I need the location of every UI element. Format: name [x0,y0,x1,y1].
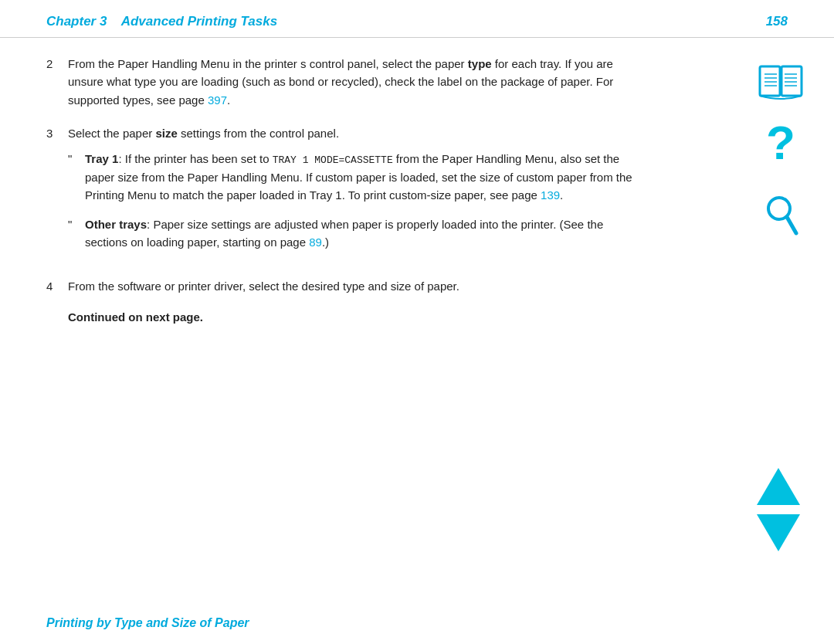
bold-size: size [155,127,177,140]
sub-bullet-1: " [68,150,85,205]
footer-label: Printing by Type and Size of Paper [46,616,249,630]
chapter-heading: Chapter 3 Advanced Printing Tasks [46,14,277,29]
list-item-4: 4 From the software or printer driver, s… [46,277,633,295]
item-text-4: From the software or printer driver, sel… [68,277,633,295]
chapter-label: Chapter 3 [46,14,107,29]
sidebar-icons: ? [757,62,805,238]
page-header: Chapter 3 Advanced Printing Tasks 158 [0,0,834,38]
svg-rect-0 [760,66,780,96]
link-397[interactable]: 397 [208,93,227,107]
item-number-2: 2 [46,55,68,109]
magnifier-icon[interactable] [762,193,799,238]
arrow-up-button[interactable] [757,468,800,505]
item-text-2: From the Paper Handling Menu in the prin… [68,55,633,109]
svg-text:?: ? [766,124,795,169]
question-icon[interactable]: ? [764,124,798,171]
list-item-2: 2 From the Paper Handling Menu in the pr… [46,55,633,109]
bold-tray1: Tray 1 [85,152,118,165]
continued-text: Continued on next page. [68,310,633,324]
chapter-title: Advanced Printing Tasks [121,14,277,29]
book-icon[interactable] [757,62,805,102]
link-139[interactable]: 139 [541,188,560,202]
code-tray1: TRAY 1 MODE=CASSETTE [273,154,393,166]
sub-list: " Tray 1: If the printer has been set to… [68,150,633,251]
item-number-4: 4 [46,277,68,295]
list-item-3: 3 Select the paper size settings from th… [46,124,633,262]
sub-text-tray1: Tray 1: If the printer has been set to T… [85,150,633,205]
sub-text-other: Other trays: Paper size settings are adj… [85,215,633,252]
page-number: 158 [766,14,788,29]
item-number-3: 3 [46,124,68,262]
main-content: 2 From the Paper Handling Menu in the pr… [0,38,680,339]
bold-other-trays: Other trays [85,218,147,231]
item-text-3: Select the paper size settings from the … [68,124,633,262]
sub-item-tray1: " Tray 1: If the printer has been set to… [68,150,633,205]
svg-line-13 [787,217,796,233]
nav-arrows [757,468,800,551]
sub-item-other: " Other trays: Paper size settings are a… [68,215,633,252]
arrow-down-button[interactable] [757,514,800,551]
svg-rect-1 [781,66,802,96]
bold-type: type [468,57,492,70]
sub-bullet-2: " [68,215,85,252]
link-89[interactable]: 89 [309,236,322,249]
